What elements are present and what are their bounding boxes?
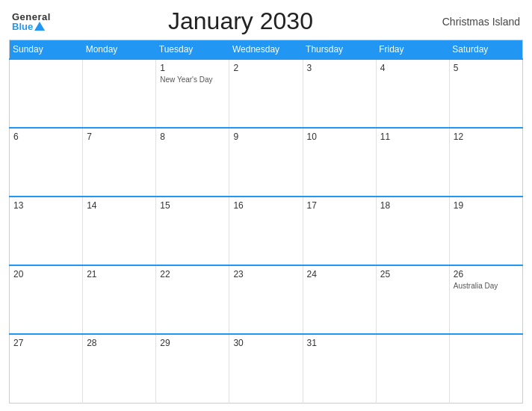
calendar-cell: 31	[303, 334, 376, 403]
logo-blue-text: Blue	[12, 22, 51, 31]
day-number: 18	[380, 200, 445, 211]
day-number: 13	[13, 200, 78, 211]
calendar-cell: 10	[303, 128, 376, 197]
day-number: 4	[380, 63, 445, 73]
day-number: 21	[87, 269, 152, 279]
calendar-week-row: 1New Year's Day2345	[10, 59, 523, 128]
calendar-cell: 1New Year's Day	[156, 59, 229, 128]
calendar-cell: 20	[10, 265, 83, 334]
calendar-cell: 27	[10, 334, 83, 403]
col-saturday: Saturday	[449, 40, 522, 60]
day-number: 7	[87, 132, 152, 142]
calendar-week-row: 20212223242526Australia Day	[10, 265, 523, 334]
region-label: Christmas Island	[430, 16, 520, 28]
day-number: 22	[160, 269, 225, 279]
calendar-cell: 19	[449, 197, 522, 265]
day-number: 15	[160, 200, 225, 211]
day-number: 28	[87, 338, 152, 348]
col-monday: Monday	[83, 40, 156, 60]
calendar-header: General Blue January 2030 Christmas Isla…	[9, 7, 523, 35]
calendar-cell: 17	[303, 197, 376, 265]
holiday-label: Australia Day	[454, 281, 519, 291]
calendar-cell: 14	[83, 197, 156, 265]
day-number: 26	[454, 269, 519, 279]
day-number: 9	[233, 132, 298, 142]
calendar-cell	[376, 334, 449, 403]
calendar-cell: 26Australia Day	[449, 265, 522, 334]
logo-general-text: General	[12, 12, 51, 22]
calendar-cell: 21	[83, 265, 156, 334]
day-number: 14	[87, 200, 152, 211]
day-number: 24	[307, 269, 372, 279]
calendar-cell	[449, 334, 522, 403]
col-sunday: Sunday	[10, 40, 83, 60]
calendar-cell: 3	[303, 59, 376, 128]
calendar-cell: 18	[376, 197, 449, 265]
calendar-cell	[83, 59, 156, 128]
day-number: 6	[13, 132, 78, 142]
calendar-cell: 30	[229, 334, 303, 403]
day-number: 20	[13, 269, 78, 279]
day-number: 8	[160, 132, 225, 142]
calendar-cell: 8	[156, 128, 229, 197]
day-number: 10	[307, 132, 372, 142]
calendar-cell: 15	[156, 197, 229, 265]
calendar-cell: 13	[10, 197, 83, 265]
calendar-cell: 6	[10, 128, 83, 197]
calendar-cell: 2	[229, 59, 303, 128]
calendar-cell: 23	[229, 265, 303, 334]
day-number: 29	[160, 338, 225, 348]
day-number: 2	[233, 63, 298, 73]
calendar-cell: 16	[229, 197, 303, 265]
col-thursday: Thursday	[303, 40, 376, 60]
calendar-week-row: 13141516171819	[10, 197, 523, 265]
calendar-cell	[10, 59, 83, 128]
col-tuesday: Tuesday	[156, 40, 229, 60]
calendar-cell: 12	[449, 128, 522, 197]
calendar-cell: 25	[376, 265, 449, 334]
calendar-cell: 5	[449, 59, 522, 128]
calendar-cell: 9	[229, 128, 303, 197]
holiday-label: New Year's Day	[160, 75, 225, 84]
day-number: 30	[233, 338, 298, 348]
calendar-cell: 24	[303, 265, 376, 334]
day-number: 17	[307, 200, 372, 211]
day-number: 11	[380, 132, 445, 142]
calendar-week-row: 2728293031	[10, 334, 523, 403]
day-number: 1	[160, 63, 225, 73]
day-number: 16	[233, 200, 298, 211]
day-number: 5	[454, 63, 519, 73]
calendar-cell: 4	[376, 59, 449, 128]
calendar-cell: 28	[83, 334, 156, 403]
page-container: General Blue January 2030 Christmas Isla…	[0, 0, 532, 411]
day-number: 25	[380, 269, 445, 279]
weekday-header-row: Sunday Monday Tuesday Wednesday Thursday…	[10, 40, 523, 60]
calendar-cell: 7	[83, 128, 156, 197]
calendar-week-row: 6789101112	[10, 128, 523, 197]
day-number: 19	[454, 200, 519, 211]
day-number: 23	[233, 269, 298, 279]
col-friday: Friday	[376, 40, 449, 60]
logo-triangle-icon	[34, 22, 45, 31]
calendar-table: Sunday Monday Tuesday Wednesday Thursday…	[9, 40, 523, 404]
calendar-title: January 2030	[51, 7, 430, 35]
day-number: 31	[307, 338, 372, 348]
col-wednesday: Wednesday	[229, 40, 303, 60]
logo: General Blue	[12, 12, 51, 31]
calendar-cell: 22	[156, 265, 229, 334]
calendar-cell: 11	[376, 128, 449, 197]
day-number: 3	[307, 63, 372, 73]
day-number: 12	[454, 132, 519, 142]
day-number: 27	[13, 338, 78, 348]
calendar-cell: 29	[156, 334, 229, 403]
